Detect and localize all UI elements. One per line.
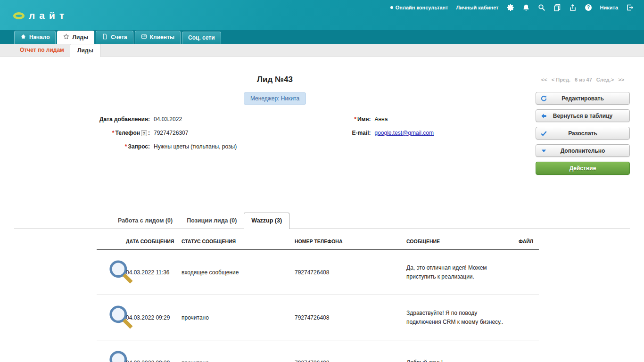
date-added-label: Дата добавления: (14, 116, 150, 123)
field-phone: *Телефон?: 79274726307 (14, 130, 316, 136)
pagination: << < Пред. 6 из 47 След.> >> (536, 77, 630, 82)
subnav-link-report[interactable]: Отчет по лидам (14, 44, 70, 57)
nav-tab-home[interactable]: Начало (14, 31, 56, 44)
cell-status: прочитано (182, 314, 295, 321)
col-header-status: СТАТУС СООБЩЕНИЯ (182, 239, 295, 244)
messages-table: ДАТА СООБЩЕНИЯ СТАТУС СООБЩЕНИЯ НОМЕР ТЕ… (97, 229, 539, 362)
lead-card: Лид №43 Менеджер: Никита Дата добавления… (0, 57, 644, 180)
gear-icon[interactable] (507, 4, 514, 11)
cell-date: 04.03.2022 09:29 (126, 360, 182, 362)
svg-text:?: ? (586, 5, 589, 10)
name-label: Имя: (357, 116, 371, 123)
chevron-down-icon (540, 147, 547, 154)
cell-message: Да, это отличная идея! Можем приступить … (406, 263, 519, 281)
cell-phone: 79274726408 (295, 269, 406, 276)
pagination-prev[interactable]: < Пред. (552, 77, 570, 82)
table-row: 04.03.2022 09:29 прочитано 79274726408 Д… (97, 340, 539, 362)
sub-nav: Отчет по лидам Лиды (0, 44, 644, 57)
col-header-message: СООБЩЕНИЕ (406, 239, 519, 244)
cell-status: прочитано (182, 360, 295, 362)
logo-text: лайт (29, 10, 68, 21)
app-logo[interactable]: лайт (13, 10, 68, 21)
help-icon[interactable]: ? (585, 4, 592, 11)
star-icon (63, 33, 69, 41)
field-request: *Запрос: Нужны цветы (тюльпаны, розы) (14, 143, 316, 150)
pagination-next[interactable]: След.> (596, 77, 614, 82)
cell-phone: 79274726408 (295, 360, 406, 362)
email-label: E-mail: (316, 130, 371, 136)
pagination-position: 6 из 47 (575, 77, 592, 82)
clients-card-icon (141, 33, 147, 41)
cell-phone: 79274726408 (295, 314, 406, 321)
col-header-file: ФАЙЛ (519, 239, 539, 244)
zoom-icon[interactable] (106, 326, 135, 333)
email-link[interactable]: google.test@gmail.com (374, 130, 434, 136)
required-marker: * (112, 130, 115, 136)
user-menu[interactable]: Никита (600, 5, 618, 10)
lead-fields: Дата добавления: 04.03.2022 *Телефон?: 7… (14, 116, 536, 157)
cell-message: Здравствуйте! Я по поводу подключения CR… (406, 309, 519, 326)
manager-badge: Менеджер: Никита (244, 92, 306, 105)
app-header: лайт Онлайн консультант Личный кабинет ?… (0, 0, 644, 30)
online-consultant-link[interactable]: Онлайн консультант (390, 5, 448, 10)
document-icon (102, 33, 108, 41)
send-button[interactable]: Разослать (536, 127, 630, 140)
phone-help-icon[interactable]: ? (141, 130, 147, 136)
copy-pages-icon[interactable] (553, 4, 561, 11)
table-row: 04.03.2022 11:36 входящее сообщение 7927… (97, 250, 539, 295)
more-button[interactable]: Дополнительно (536, 144, 630, 157)
tab-lead-positions[interactable]: Позиции лида (0) (180, 213, 244, 229)
cell-status: входящее сообщение (182, 269, 295, 276)
col-header-phone: НОМЕР ТЕЛЕФОНА (295, 239, 406, 244)
nav-tab-clients[interactable]: Клиенты (135, 31, 181, 44)
required-marker: * (354, 116, 356, 123)
lead-actions: << < Пред. 6 из 47 След.> >> Редактирова… (536, 75, 630, 180)
refresh-icon (540, 95, 547, 102)
field-name: *Имя: Анна (316, 116, 536, 123)
table-header-row: ДАТА СООБЩЕНИЯ СТАТУС СООБЩЕНИЯ НОМЕР ТЕ… (97, 229, 539, 250)
request-value: Нужны цветы (тюльпаны, розы) (154, 143, 237, 150)
logo-oval-icon (13, 12, 25, 19)
bell-icon[interactable] (522, 4, 530, 11)
col-header-date: ДАТА СООБЩЕНИЯ (126, 239, 182, 244)
cell-date: 04.03.2022 09:29 (126, 314, 182, 321)
name-value: Анна (374, 116, 388, 123)
request-label: Запрос: (128, 143, 150, 150)
export-icon[interactable] (569, 4, 577, 11)
nav-tab-social[interactable]: Соц. сети (182, 32, 221, 44)
detail-tabs: Работа с лидом (0) Позиции лида (0) Wazz… (14, 213, 630, 229)
field-email: E-mail: google.test@gmail.com (316, 130, 536, 136)
nav-tab-invoices[interactable]: Счета (96, 31, 133, 44)
page-title: Лид №43 (14, 75, 536, 84)
field-date-added: Дата добавления: 04.03.2022 (14, 116, 316, 123)
back-to-table-button[interactable]: Вернуться в таблицу (536, 109, 630, 122)
zoom-icon[interactable] (106, 281, 135, 288)
phone-value: 79274726307 (154, 130, 188, 136)
phone-label: Телефон (116, 130, 140, 136)
edit-button[interactable]: Редактировать (536, 92, 630, 105)
home-icon (20, 33, 26, 41)
date-added-value: 04.03.2022 (154, 116, 182, 123)
required-marker: * (125, 143, 127, 150)
logout-icon[interactable] (626, 4, 634, 11)
subnav-tab-leads[interactable]: Лиды (70, 44, 101, 57)
tab-lead-work[interactable]: Работа с лидом (0) (111, 213, 180, 229)
pagination-first[interactable]: << (541, 77, 547, 82)
arrow-left-icon (540, 112, 547, 119)
cell-message: Добрый день! (406, 358, 519, 362)
table-row: 04.03.2022 09:29 прочитано 79274726408 З… (97, 295, 539, 340)
action-button[interactable]: Действие (536, 162, 630, 175)
check-icon (540, 130, 547, 137)
status-dot-icon (390, 6, 393, 9)
search-icon[interactable] (538, 4, 545, 11)
header-menu: Онлайн консультант Личный кабинет ? Ники… (390, 4, 634, 11)
personal-cabinet-link[interactable]: Личный кабинет (456, 5, 499, 10)
nav-tab-leads[interactable]: Лиды (57, 31, 94, 44)
cell-date: 04.03.2022 11:36 (126, 269, 182, 276)
tab-wazzup[interactable]: Wazzup (3) (244, 213, 289, 229)
main-nav: Начало Лиды Счета Клиенты Соц. сети (0, 30, 644, 44)
username: Никита (600, 5, 618, 10)
pagination-last[interactable]: >> (618, 77, 624, 82)
